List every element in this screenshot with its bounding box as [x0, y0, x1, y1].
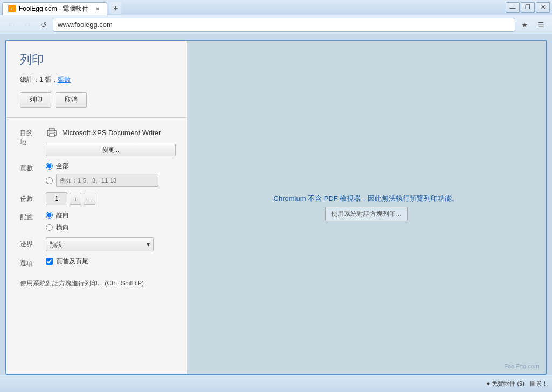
copies-input[interactable] — [46, 192, 67, 205]
layout-label: 配置 — [20, 211, 40, 222]
layout-field: 配置 縱向 橫向 — [20, 211, 176, 232]
star-button[interactable]: ★ — [518, 18, 532, 32]
header-footer-label: 頁首及頁尾 — [56, 257, 88, 266]
options-field: 選項 頁首及頁尾 — [20, 257, 176, 268]
divider — [6, 117, 187, 118]
dialog-body: 列印 總計：1 張，張數 列印 取消 目的地 — [6, 41, 546, 374]
reload-button[interactable]: ↺ — [37, 18, 51, 32]
no-pdf-message: Chromium 不含 PDF 檢視器，因此無法執行預覽列印功能。 使用系統對話… — [274, 194, 459, 221]
custom-pages-radio[interactable] — [46, 177, 53, 184]
taskbar: ● 免費軟件 (9) 圖景！ — [0, 375, 552, 392]
system-print-link[interactable]: 使用系統對話方塊進行列印... (Ctrl+Shift+P) — [20, 279, 176, 288]
settings-section: 目的地 Microsoft XPS Document Writer — [20, 127, 176, 268]
header-footer-checkbox-row: 頁首及頁尾 — [46, 257, 176, 266]
back-button[interactable]: ← — [4, 18, 18, 32]
taskbar-item-2: 圖景！ — [530, 380, 548, 388]
landscape-label: 橫向 — [56, 223, 69, 232]
tab-strip: F FoolEgg.com - 電腦軟件 ✕ + — [2, 0, 121, 15]
action-buttons: 列印 取消 — [20, 92, 176, 108]
destination-label: 目的地 — [20, 127, 40, 147]
all-pages-radio-row: 全部 — [46, 162, 176, 171]
address-bar[interactable]: www.foolegg.com — [53, 18, 515, 32]
tab-favicon: F — [8, 5, 16, 12]
landscape-radio[interactable] — [46, 224, 53, 231]
nav-right-buttons: ★ ☰ — [518, 18, 548, 32]
svg-rect-1 — [49, 128, 54, 131]
copies-label: 份數 — [20, 192, 40, 204]
copies-decrement-button[interactable]: − — [84, 193, 95, 205]
destination-content: Microsoft XPS Document Writer 變更... — [46, 127, 176, 156]
dropdown-arrow-icon: ▾ — [147, 241, 150, 248]
browser-content: ✕ 列印 總計：1 張，張數 列印 取消 目的地 — [0, 34, 552, 375]
svg-point-3 — [54, 132, 55, 133]
all-pages-label: 全部 — [56, 162, 69, 171]
options-label: 選項 — [20, 257, 40, 268]
tab-title: FoolEgg.com - 電腦軟件 — [19, 4, 88, 13]
title-bar: F FoolEgg.com - 電腦軟件 ✕ + — ❐ ✕ — [0, 0, 552, 15]
pages-content: 全部 — [46, 162, 176, 187]
taskbar-item-1: ● 免費軟件 (9) — [487, 380, 525, 388]
print-dialog: ✕ 列印 總計：1 張，張數 列印 取消 目的地 — [5, 40, 547, 375]
close-button[interactable]: ✕ — [536, 2, 550, 13]
copies-row: + − — [46, 192, 176, 205]
new-tab-button[interactable]: + — [109, 2, 121, 14]
margins-content: 預設 ▾ — [46, 237, 176, 251]
active-tab[interactable]: F FoolEgg.com - 電腦軟件 ✕ — [2, 2, 107, 15]
watermark: FoolEgg.com — [504, 363, 539, 369]
margins-dropdown[interactable]: 預設 ▾ — [46, 237, 154, 251]
page-count-text: 總計：1 張 — [20, 76, 51, 83]
destination-row: Microsoft XPS Document Writer — [46, 127, 176, 138]
header-footer-checkbox[interactable] — [46, 258, 53, 265]
print-title: 列印 — [20, 52, 176, 68]
forward-button[interactable]: → — [20, 18, 34, 32]
portrait-radio-row: 縱向 — [46, 211, 176, 220]
layout-content: 縱向 橫向 — [46, 211, 176, 232]
margins-value: 預設 — [50, 240, 63, 249]
change-printer-button[interactable]: 變更... — [46, 144, 176, 156]
copies-content: + − — [46, 192, 176, 205]
pages-field: 頁數 全部 — [20, 162, 176, 187]
page-range-input[interactable] — [56, 174, 158, 187]
system-dialog-button[interactable]: 使用系統對話方塊列印... — [325, 207, 407, 221]
print-preview-panel: Chromium 不含 PDF 檢視器，因此無法執行預覽列印功能。 使用系統對話… — [187, 41, 546, 374]
print-settings-panel: 列印 總計：1 張，張數 列印 取消 目的地 — [6, 41, 187, 374]
margins-label: 邊界 — [20, 237, 40, 249]
printer-name: Microsoft XPS Document Writer — [62, 129, 161, 137]
page-count-row: 總計：1 張，張數 — [20, 75, 176, 85]
cancel-button[interactable]: 取消 — [56, 92, 87, 108]
margins-field: 邊界 預設 ▾ — [20, 237, 176, 251]
pages-label: 頁數 — [20, 162, 40, 173]
copies-field: 份數 + − — [20, 192, 176, 205]
portrait-label: 縱向 — [56, 211, 69, 220]
copies-increment-button[interactable]: + — [70, 193, 81, 205]
restore-button[interactable]: ❐ — [521, 2, 535, 13]
options-content: 頁首及頁尾 — [46, 257, 176, 266]
printer-icon — [46, 127, 58, 138]
page-count-link[interactable]: 張數 — [58, 76, 71, 83]
window-controls: — ❐ ✕ — [506, 2, 550, 13]
destination-field: 目的地 Microsoft XPS Document Writer — [20, 127, 176, 156]
all-pages-radio[interactable] — [46, 163, 53, 170]
print-button[interactable]: 列印 — [20, 92, 51, 108]
nav-bar: ← → ↺ www.foolegg.com ★ ☰ — [0, 15, 552, 34]
landscape-radio-row: 橫向 — [46, 223, 176, 232]
svg-rect-2 — [49, 134, 54, 137]
menu-button[interactable]: ☰ — [534, 18, 548, 32]
no-pdf-text: Chromium 不含 PDF 檢視器，因此無法執行預覽列印功能。 — [274, 194, 459, 204]
tab-close-button[interactable]: ✕ — [94, 5, 101, 12]
custom-pages-radio-row — [46, 174, 176, 187]
portrait-radio[interactable] — [46, 212, 53, 219]
minimize-button[interactable]: — — [506, 2, 520, 13]
